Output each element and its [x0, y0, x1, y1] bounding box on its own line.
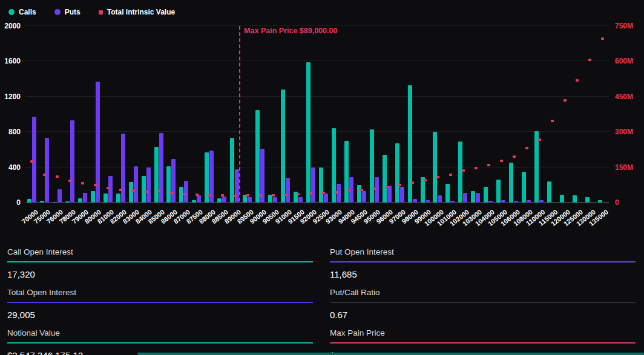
calls-bar[interactable]	[116, 194, 120, 203]
calls-bar[interactable]	[522, 172, 526, 203]
calls-bar[interactable]	[129, 182, 133, 203]
bar-group-85000[interactable]	[153, 26, 165, 203]
calls-bar[interactable]	[560, 195, 564, 203]
puts-bar[interactable]	[45, 138, 49, 203]
bar-group-93000[interactable]	[330, 26, 343, 203]
intrinsic-value-dot[interactable]	[170, 192, 173, 194]
calls-bar[interactable]	[255, 110, 260, 203]
calls-bar[interactable]	[78, 198, 82, 203]
intrinsic-value-dot[interactable]	[462, 169, 465, 172]
intrinsic-value-dot[interactable]	[487, 164, 490, 166]
bar-group-130000[interactable]	[583, 26, 596, 203]
bar-group-92500[interactable]	[317, 26, 330, 203]
intrinsic-value-dot[interactable]	[56, 175, 59, 178]
intrinsic-value-dot[interactable]	[335, 191, 338, 194]
intrinsic-value-dot[interactable]	[322, 192, 325, 194]
bar-group-108000[interactable]	[520, 26, 533, 203]
intrinsic-value-dot[interactable]	[449, 174, 452, 176]
calls-bar[interactable]	[65, 201, 70, 203]
calls-bar[interactable]	[547, 181, 551, 203]
intrinsic-value-dot[interactable]	[360, 189, 363, 191]
bar-group-75000[interactable]	[38, 26, 51, 203]
bar-group-81000[interactable]	[102, 26, 114, 203]
puts-bar[interactable]	[387, 186, 392, 203]
intrinsic-value-dot[interactable]	[183, 193, 186, 195]
bar-group-97000[interactable]	[393, 26, 406, 203]
puts-bar[interactable]	[298, 197, 303, 203]
bar-group-100000[interactable]	[432, 26, 444, 203]
intrinsic-value-dot[interactable]	[234, 195, 237, 197]
intrinsic-value-dot[interactable]	[398, 184, 401, 186]
puts-bar[interactable]	[488, 201, 493, 203]
legend-item-calls[interactable]: Calls	[8, 8, 36, 16]
bar-group-135000[interactable]	[596, 26, 609, 203]
intrinsic-value-dot[interactable]	[525, 147, 528, 149]
intrinsic-value-dot[interactable]	[208, 194, 211, 197]
intrinsic-value-dot[interactable]	[94, 184, 97, 186]
intrinsic-value-dot[interactable]	[424, 179, 427, 181]
calls-bar[interactable]	[509, 163, 513, 203]
intrinsic-value-dot[interactable]	[157, 190, 160, 192]
intrinsic-value-dot[interactable]	[576, 79, 579, 82]
intrinsic-value-dot[interactable]	[272, 194, 275, 197]
puts-bar[interactable]	[184, 181, 188, 203]
calls-bar[interactable]	[53, 202, 57, 203]
bar-group-82000[interactable]	[114, 26, 127, 203]
puts-bar[interactable]	[146, 168, 151, 203]
horizontal-scrollbar-thumb[interactable]	[137, 353, 644, 355]
intrinsic-value-dot[interactable]	[538, 138, 541, 141]
bar-group-92000[interactable]	[304, 26, 317, 203]
intrinsic-value-dot[interactable]	[297, 193, 300, 195]
puts-bar[interactable]	[426, 200, 430, 203]
puts-bar[interactable]	[58, 189, 62, 203]
calls-bar[interactable]	[445, 184, 450, 203]
puts-bar[interactable]	[286, 178, 290, 203]
bar-group-70000[interactable]	[25, 26, 38, 203]
intrinsic-value-dot[interactable]	[30, 160, 33, 163]
calls-bar[interactable]	[27, 199, 31, 203]
intrinsic-value-dot[interactable]	[373, 187, 376, 190]
bar-group-98000[interactable]	[406, 26, 419, 203]
calls-bar[interactable]	[192, 200, 196, 203]
intrinsic-value-dot[interactable]	[284, 194, 288, 196]
intrinsic-value-dot[interactable]	[259, 194, 262, 197]
bar-group-76000[interactable]	[51, 26, 64, 203]
bar-group-101000[interactable]	[444, 26, 456, 203]
bar-group-103000[interactable]	[469, 26, 482, 203]
puts-bar[interactable]	[222, 197, 226, 203]
bar-group-91000[interactable]	[279, 26, 292, 203]
bar-group-90500[interactable]	[266, 26, 279, 203]
calls-bar[interactable]	[585, 197, 590, 203]
calls-bar[interactable]	[91, 191, 95, 203]
intrinsic-value-dot[interactable]	[475, 167, 478, 169]
calls-bar[interactable]	[230, 138, 234, 203]
intrinsic-value-dot[interactable]	[107, 187, 110, 189]
puts-bar[interactable]	[171, 159, 176, 203]
bar-group-87500[interactable]	[190, 26, 203, 203]
calls-bar[interactable]	[344, 141, 349, 203]
legend-item-puts[interactable]: Puts	[54, 8, 80, 16]
calls-bar[interactable]	[319, 168, 323, 203]
intrinsic-value-dot[interactable]	[564, 99, 567, 102]
bar-group-102000[interactable]	[456, 26, 469, 203]
bar-group-83000[interactable]	[127, 26, 140, 203]
calls-bar[interactable]	[433, 132, 437, 203]
puts-bar[interactable]	[463, 193, 467, 203]
calls-bar[interactable]	[471, 191, 475, 203]
intrinsic-value-dot[interactable]	[145, 191, 148, 193]
bar-group-88500[interactable]	[215, 26, 228, 203]
bar-group-104000[interactable]	[482, 26, 494, 203]
bar-group-90000[interactable]	[254, 26, 266, 203]
calls-bar[interactable]	[458, 142, 462, 203]
calls-bar[interactable]	[496, 180, 501, 203]
calls-bar[interactable]	[104, 194, 108, 203]
bar-group-125000[interactable]	[571, 26, 583, 203]
calls-bar[interactable]	[281, 90, 285, 203]
puts-bar[interactable]	[197, 195, 201, 203]
puts-bar[interactable]	[527, 200, 531, 203]
bar-group-99000[interactable]	[419, 26, 432, 203]
calls-bar[interactable]	[357, 185, 361, 203]
legend-item-total-intrinsic-value[interactable]: Total Intrinsic Value	[99, 8, 175, 16]
intrinsic-value-dot[interactable]	[386, 186, 389, 188]
puts-bar[interactable]	[400, 187, 404, 203]
